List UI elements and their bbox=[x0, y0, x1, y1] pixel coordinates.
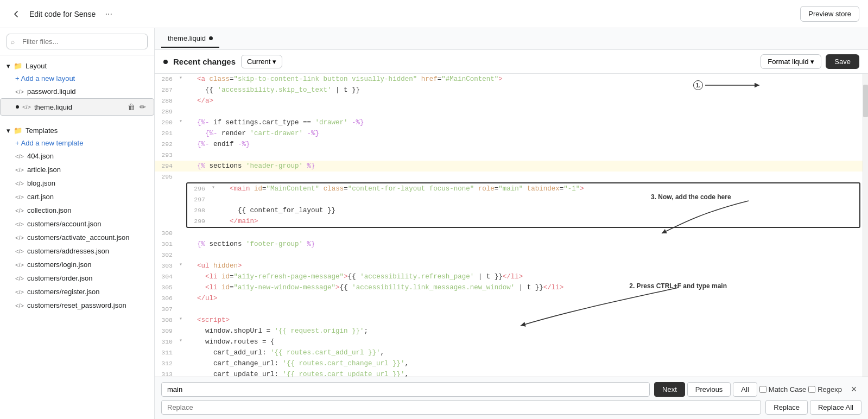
editor-toolbar: Recent changes Current ▾ Format liquid ▾… bbox=[155, 50, 868, 74]
code-line-287: 287 {{ 'accessibility.skip_to_text' | t … bbox=[155, 85, 863, 96]
code-line-307: 307 bbox=[155, 304, 863, 315]
file-name-theme: theme.liquid bbox=[34, 103, 72, 111]
replace-actions: Replace Replace All bbox=[765, 400, 861, 415]
code-line-295: 295 bbox=[155, 172, 863, 182]
sidebar-file-theme[interactable]: </> theme.liquid 🗑 ✏ bbox=[0, 98, 154, 116]
sidebar-file-blog[interactable]: </> blog.json bbox=[0, 176, 154, 190]
replace-input[interactable] bbox=[161, 400, 761, 415]
all-button[interactable]: All bbox=[733, 382, 757, 397]
chevron-down-icon-2: ▾ bbox=[7, 126, 10, 135]
code-line-311: 311 cart_add_url: '{{ routes.cart_add_ur… bbox=[155, 347, 863, 358]
replace-row: Replace Replace All bbox=[161, 400, 861, 415]
topbar: Edit code for Sense ··· Preview store bbox=[0, 0, 868, 28]
sidebar-file-collection[interactable]: </> collection.json bbox=[0, 204, 154, 217]
preview-store-button[interactable]: Preview store bbox=[800, 6, 859, 22]
code-icon-8: </> bbox=[15, 221, 24, 227]
file-name-register: customers/register.json bbox=[27, 288, 100, 296]
sidebar-file-addresses[interactable]: </> customers/addresses.json bbox=[0, 244, 154, 258]
sidebar-file-account[interactable]: </> customers/account.json bbox=[0, 217, 154, 231]
sidebar-file-activate[interactable]: </> customers/activate_account.json bbox=[0, 231, 154, 244]
templates-section: ▾ 📁 Templates + Add a new template </> 4… bbox=[0, 120, 154, 316]
layout-section-header[interactable]: ▾ 📁 Layout bbox=[0, 60, 154, 72]
add-layout-link[interactable]: + Add a new layout bbox=[0, 72, 154, 85]
code-icon-5: </> bbox=[15, 180, 24, 187]
active-file-dot bbox=[16, 105, 19, 109]
file-name-activate: customers/activate_account.json bbox=[27, 233, 130, 242]
folder-icon-2: 📁 bbox=[14, 126, 22, 135]
find-input[interactable] bbox=[161, 382, 650, 397]
page-title: Edit code for Sense bbox=[29, 10, 96, 18]
templates-section-header[interactable]: ▾ 📁 Templates bbox=[0, 124, 154, 137]
code-icon-13: </> bbox=[15, 289, 24, 295]
code-editor-container: 286 ▾ <a class="skip-to-content-link but… bbox=[155, 74, 868, 377]
code-icon-12: </> bbox=[15, 275, 24, 282]
find-row: Next Previous All Match Case Regexp × bbox=[161, 382, 861, 397]
regexp-label[interactable]: Regexp bbox=[808, 385, 842, 393]
code-line-286: 286 ▾ <a class="skip-to-content-link but… bbox=[155, 74, 863, 85]
save-button[interactable]: Save bbox=[826, 54, 859, 69]
file-name-404: 404.json bbox=[27, 152, 54, 160]
match-case-label[interactable]: Match Case bbox=[759, 385, 806, 393]
code-line-300: 300 bbox=[155, 228, 863, 239]
back-button[interactable] bbox=[9, 7, 24, 22]
editor-tabs: theme.liquid bbox=[155, 28, 868, 50]
code-line-297: 297 bbox=[187, 194, 859, 205]
sidebar-file-login[interactable]: </> customers/login.json bbox=[0, 258, 154, 271]
code-line-298: 298 {{ content_for_layout }} bbox=[187, 205, 859, 216]
replace-all-button[interactable]: Replace All bbox=[810, 400, 861, 415]
code-line-294: 294 {% sections 'header-group' %} bbox=[155, 161, 863, 172]
code-line-313: 313 cart_update_url: '{{ routes.cart_upd… bbox=[155, 369, 863, 377]
sidebar-file-password[interactable]: </> password.liquid bbox=[0, 85, 154, 98]
code-icon-2: </> bbox=[22, 104, 31, 110]
match-case-checkbox[interactable] bbox=[759, 386, 766, 393]
code-icon-10: </> bbox=[15, 248, 24, 255]
sidebar-file-article[interactable]: </> article.json bbox=[0, 163, 154, 176]
next-button[interactable]: Next bbox=[654, 382, 685, 397]
format-liquid-label: Format liquid bbox=[768, 58, 808, 66]
file-name-reset: customers/reset_password.json bbox=[27, 301, 126, 309]
minimap-thumb bbox=[863, 85, 868, 117]
sidebar: ⌕ ▾ 📁 Layout + Add a new layout </> pass… bbox=[0, 28, 155, 419]
tab-theme-liquid[interactable]: theme.liquid bbox=[161, 30, 219, 48]
file-name-addresses: customers/addresses.json bbox=[27, 247, 109, 255]
edit-file-button[interactable]: ✏ bbox=[138, 101, 147, 112]
find-actions: Next Previous All Match Case Regexp bbox=[654, 382, 842, 397]
minimap[interactable] bbox=[863, 74, 868, 377]
sidebar-file-reset[interactable]: </> customers/reset_password.json bbox=[0, 299, 154, 312]
regexp-checkbox[interactable] bbox=[808, 386, 815, 393]
code-icon: </> bbox=[15, 88, 24, 95]
sidebar-file-order[interactable]: </> customers/order.json bbox=[0, 271, 154, 285]
current-dropdown-button[interactable]: Current ▾ bbox=[241, 55, 282, 68]
sidebar-file-404[interactable]: </> 404.json bbox=[0, 149, 154, 163]
file-name-blog: blog.json bbox=[27, 179, 55, 187]
file-name-account: customers/account.json bbox=[27, 220, 102, 228]
tab-label: theme.liquid bbox=[168, 34, 206, 42]
code-line-289: 289 bbox=[155, 106, 863, 117]
file-name-cart: cart.json bbox=[27, 193, 54, 201]
code-line-312: 312 cart_change_url: '{{ routes.cart_cha… bbox=[155, 358, 863, 369]
sidebar-file-register[interactable]: </> customers/register.json bbox=[0, 285, 154, 299]
replace-button[interactable]: Replace bbox=[765, 400, 808, 415]
code-line-290: 290 ▾ {%- if settings.cart_type == 'draw… bbox=[155, 117, 863, 128]
code-line-296: 296 ▾ <main id="MainContent" class="cont… bbox=[187, 183, 859, 194]
chevron-down-icon: ▾ bbox=[7, 62, 10, 70]
code-icon-4: </> bbox=[15, 167, 24, 173]
sidebar-file-cart[interactable]: </> cart.json bbox=[0, 190, 154, 204]
more-button[interactable]: ··· bbox=[101, 7, 116, 22]
filter-files-input[interactable] bbox=[7, 34, 148, 49]
code-line-306: 306 </ul> bbox=[155, 293, 863, 304]
format-liquid-button[interactable]: Format liquid ▾ bbox=[761, 54, 821, 69]
add-template-link[interactable]: + Add a new template bbox=[0, 137, 154, 149]
code-line-301: 301 {% sections 'footer-group' %} bbox=[155, 239, 863, 250]
file-name: password.liquid bbox=[27, 87, 76, 96]
layout-label: Layout bbox=[26, 62, 47, 70]
recent-changes-dot bbox=[163, 60, 168, 64]
code-line-302: 302 bbox=[155, 250, 863, 261]
previous-button[interactable]: Previous bbox=[687, 382, 731, 397]
delete-file-button[interactable]: 🗑 bbox=[126, 101, 136, 112]
find-close-button[interactable]: × bbox=[846, 382, 861, 397]
current-label: Current bbox=[247, 58, 270, 66]
code-editor[interactable]: 286 ▾ <a class="skip-to-content-link but… bbox=[155, 74, 863, 377]
code-editor-wrapper: 286 ▾ <a class="skip-to-content-link but… bbox=[155, 74, 868, 419]
templates-label: Templates bbox=[26, 126, 58, 135]
